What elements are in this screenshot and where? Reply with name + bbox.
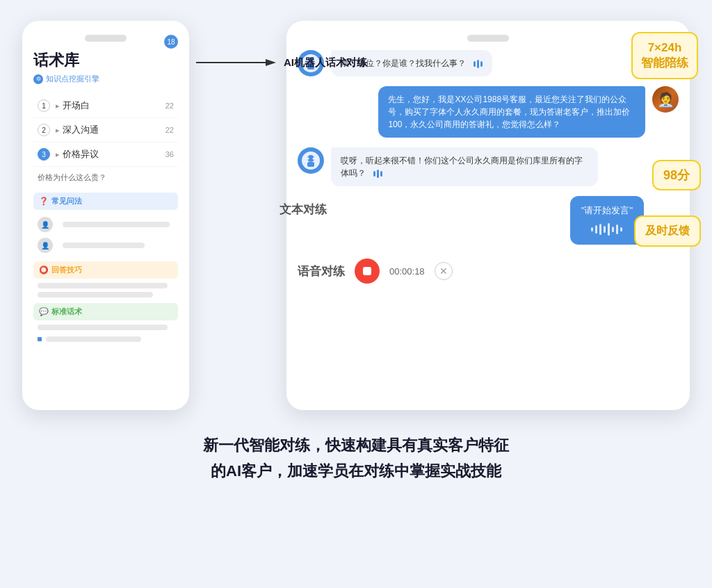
sound-icon-1: [474, 60, 483, 68]
svg-point-11: [313, 158, 315, 160]
voice-bubble: "请开始发言": [570, 196, 644, 245]
waveform: [581, 222, 633, 236]
close-button[interactable]: ✕: [435, 262, 453, 280]
voice-practice-label: 语音对练: [298, 263, 345, 279]
arrow-label-row: AI机器人话术对练: [196, 56, 367, 70]
text-practice-label: 文本对练: [280, 202, 327, 218]
left-phone: 话术库 ⚙ 知识点挖掘引擎 18 1 ▸ 开场白 22 2 ▸ 深入沟通 22 …: [22, 21, 189, 410]
menu-item-1[interactable]: 1 ▸ 开场白 22: [33, 94, 178, 118]
badge-count: 18: [164, 35, 178, 49]
bottom-text: 新一代智能对练，快速构建具有真实客户特征的AI客户，加速学员在对练中掌握实战技能: [203, 432, 509, 484]
menu-num-1: 1: [38, 99, 50, 112]
left-phone-subtitle: ⚙ 知识点挖掘引擎: [33, 74, 178, 84]
msg-user-1: 🧑‍💼 先生，您好，我是XX公司1988号客服，最近您关注了我们的公众号，购买了…: [298, 86, 679, 138]
voice-placeholder: "请开始发言": [581, 204, 633, 217]
arrow-label: AI机器人话术对练: [284, 56, 367, 70]
skeleton-1: [63, 222, 170, 227]
bullet: [38, 337, 42, 341]
bubble-user-1: 先生，您好，我是XX公司1988号客服，最近您关注了我们的公众号，购买了字体个人…: [378, 86, 645, 138]
voice-controls: 语音对练 00:00:18 ✕: [298, 254, 679, 288]
arrow-svg: [196, 56, 280, 70]
avatar-row-1: 👤: [33, 214, 178, 235]
right-phone: 7×24h智能陪练 喂，哪位？你是谁？找我什么事？: [286, 21, 690, 410]
chat-area: 喂，哪位？你是谁？找我什么事？ 🧑‍💼 先生，您好，我是XX公司1988号客服，…: [298, 50, 679, 288]
phone-notch: [85, 35, 127, 42]
section-tips: ⭕ 回答技巧: [33, 261, 178, 297]
tips-icon: ⭕: [39, 266, 49, 275]
label-724: 7×24h智能陪练: [631, 32, 698, 79]
standard-icon: 💬: [39, 307, 49, 316]
skeleton-2: [63, 243, 145, 248]
avatar-row-2: 👤: [33, 235, 178, 256]
section-faq: ❓ 常见问法: [33, 193, 178, 210]
avatar-2: 👤: [38, 238, 53, 253]
record-button[interactable]: [355, 259, 380, 284]
msg-bot-2: 哎呀，听起来很不错！你们这个公司永久商用是你们库里所有的字体吗？: [298, 147, 679, 186]
menu-num-2: 2: [38, 124, 50, 136]
bubble-bot-2: 哎呀，听起来很不错！你们这个公司永久商用是你们库里所有的字体吗？: [331, 147, 598, 186]
faq-icon: ❓: [39, 197, 49, 206]
section-standard: 💬 标准话术: [33, 303, 178, 345]
avatar-1: 👤: [38, 217, 53, 232]
right-phone-notch: [467, 35, 509, 42]
menu-num-3: 3: [38, 148, 50, 161]
menu-item-3[interactable]: 3 ▸ 价格异议 36: [33, 142, 178, 167]
subtitle-icon: ⚙: [33, 74, 43, 84]
user-avatar-1: 🧑‍💼: [652, 86, 679, 113]
voice-input-row: "请开始发言": [298, 196, 679, 245]
svg-marker-1: [266, 59, 276, 66]
timer: 00:00:18: [389, 266, 425, 277]
record-stop-icon: [363, 267, 371, 275]
score-badge: 98分: [652, 160, 701, 190]
svg-point-10: [307, 158, 309, 160]
sound-icon-2: [373, 170, 382, 178]
question-text: 价格为什么这么贵？: [33, 167, 178, 188]
svg-rect-9: [307, 162, 314, 167]
feedback-badge: 及时反馈: [634, 215, 701, 247]
bot-avatar-2: [298, 147, 324, 174]
main-container: 话术库 ⚙ 知识点挖掘引擎 18 1 ▸ 开场白 22 2 ▸ 深入沟通 22 …: [22, 21, 690, 410]
menu-item-2[interactable]: 2 ▸ 深入沟通 22: [33, 118, 178, 142]
left-phone-title: 话术库: [33, 50, 178, 71]
